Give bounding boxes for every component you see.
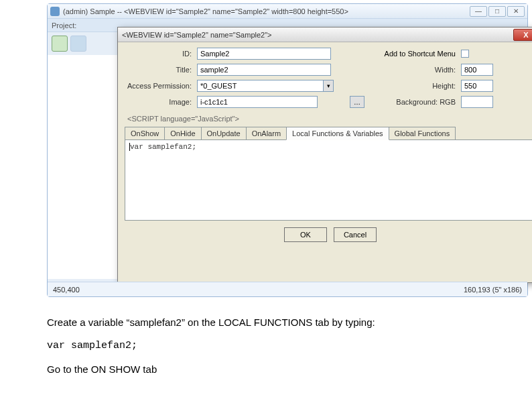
- shortcut-menu-row: Add to Shortcut Menu: [375, 50, 456, 58]
- window-controls: ― □ ✕: [470, 6, 525, 17]
- height-input[interactable]: [461, 80, 493, 92]
- label-width: Width:: [375, 66, 456, 74]
- width-input[interactable]: [461, 64, 493, 76]
- form-grid: ID: Add to Shortcut Menu Title: Width: A…: [125, 48, 532, 108]
- tab-local-functions[interactable]: Local Functions & Variables: [286, 127, 389, 140]
- image-browse-button[interactable]: …: [350, 96, 364, 108]
- label-background: Background: RGB: [375, 98, 456, 106]
- instructions-block: Create a variable “samplefan2” on the LO…: [47, 315, 375, 386]
- instruction-line2: Go to the ON SHOW tab: [47, 362, 375, 376]
- statusbar: 450,400 160,193 (5" x186): [48, 282, 527, 296]
- status-coords-right: 160,193 (5" x186): [464, 286, 522, 294]
- title-tag-text: <WEBVIEW id="Sample2" name="Sample2" wid…: [124, 7, 348, 15]
- dialog-title-text: <WEBVIEW id="Sample2" name="Sample2">: [122, 31, 272, 39]
- instruction-code: var samplefan2;: [47, 339, 375, 353]
- close-window-button[interactable]: ✕: [507, 6, 525, 17]
- tab-onupdate[interactable]: OnUpdate: [201, 127, 247, 139]
- dialog-close-button[interactable]: X: [513, 29, 532, 41]
- webview-properties-dialog: <WEBVIEW id="Sample2" name="Sample2"> X …: [117, 27, 532, 283]
- application-window: (admin) Sample -- <WEBVIEW id="Sample2" …: [47, 3, 528, 297]
- title-prefix: (admin) Sample --: [63, 7, 124, 15]
- minimize-button[interactable]: ―: [470, 6, 487, 17]
- editor-content: var samplefan2;: [130, 143, 196, 151]
- script-tabstrip: OnShow OnHide OnUpdate OnAlarm Local Fun…: [125, 125, 532, 140]
- background-input[interactable]: [461, 96, 493, 108]
- toolbar-button-new[interactable]: [52, 36, 68, 52]
- title-input[interactable]: [197, 64, 331, 76]
- label-image: Image:: [125, 98, 192, 106]
- tab-global-functions[interactable]: Global Functions: [389, 127, 456, 139]
- maximize-button[interactable]: □: [488, 6, 506, 17]
- toolbar-button-open[interactable]: [70, 36, 86, 52]
- app-titlebar: (admin) Sample -- <WEBVIEW id="Sample2" …: [48, 4, 527, 19]
- dialog-titlebar: <WEBVIEW id="Sample2" name="Sample2"> X: [118, 27, 532, 42]
- dialog-footer: OK Cancel: [125, 221, 532, 246]
- tab-onshow[interactable]: OnShow: [125, 127, 165, 139]
- instruction-line1: Create a variable “samplefan2” on the LO…: [47, 315, 375, 329]
- script-section-label: <SCRIPT language="JavaScript">: [127, 115, 532, 123]
- label-title: Title:: [125, 66, 192, 74]
- project-label: Project:: [52, 21, 76, 30]
- tab-onhide[interactable]: OnHide: [164, 127, 201, 139]
- status-coords-left: 450,400: [53, 286, 80, 294]
- access-combo[interactable]: ▾: [197, 80, 344, 92]
- label-access: Access Permission:: [125, 82, 192, 90]
- access-dropdown-button[interactable]: ▾: [323, 80, 334, 92]
- app-icon: [50, 7, 60, 16]
- script-editor[interactable]: var samplefan2;: [125, 140, 532, 221]
- tab-onalarm[interactable]: OnAlarm: [246, 127, 287, 139]
- ok-button[interactable]: OK: [284, 227, 327, 242]
- shortcut-checkbox[interactable]: [461, 50, 469, 58]
- image-input[interactable]: [197, 96, 318, 108]
- id-input[interactable]: [197, 48, 331, 60]
- access-input[interactable]: [197, 80, 323, 92]
- label-shortcut: Add to Shortcut Menu: [385, 50, 456, 58]
- cancel-button[interactable]: Cancel: [334, 227, 377, 242]
- dialog-body: ID: Add to Shortcut Menu Title: Width: A…: [118, 42, 532, 250]
- app-title: (admin) Sample -- <WEBVIEW id="Sample2" …: [63, 7, 470, 15]
- label-id: ID:: [125, 50, 192, 58]
- label-height: Height:: [375, 82, 456, 90]
